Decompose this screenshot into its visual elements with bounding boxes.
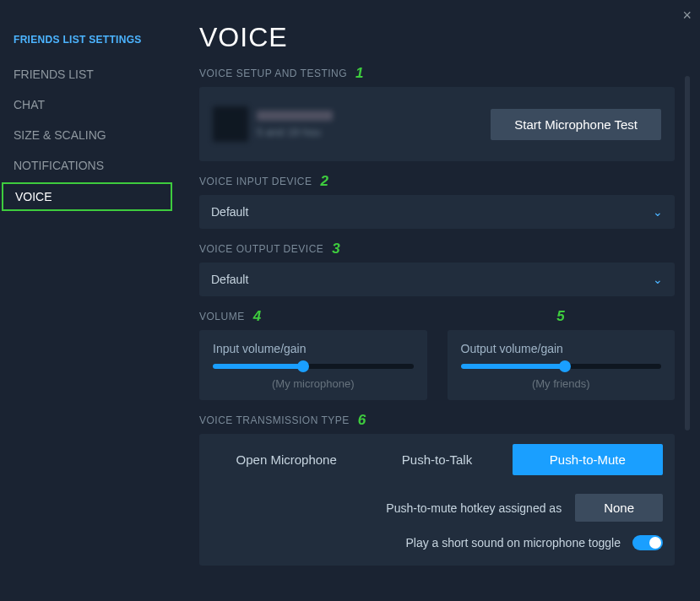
output-volume-slider[interactable] [461, 364, 662, 369]
transmission-segmented: Open Microphone Push-to-Talk Push-to-Mut… [211, 444, 663, 475]
input-volume-sub: (My microphone) [213, 377, 414, 390]
annotation-5: 5 [556, 308, 565, 325]
main-panel: VOICE VOICE SETUP AND TESTING 1 5 and 19… [177, 0, 700, 601]
voice-input-device-select[interactable]: Default ⌄ [199, 195, 675, 229]
hotkey-label: Push-to-mute hotkey assigned as [386, 501, 562, 515]
output-volume-card: Output volume/gain (My friends) [448, 330, 676, 400]
sidebar-title: FRIENDS LIST SETTINGS [0, 34, 177, 61]
start-mic-test-button[interactable]: Start Microphone Test [491, 109, 661, 140]
section-volume-label: VOLUME 4 [199, 308, 427, 325]
chevron-down-icon: ⌄ [653, 205, 663, 219]
scrollbar[interactable] [685, 76, 690, 430]
sidebar-item-notifications[interactable]: NOTIFICATIONS [0, 152, 177, 179]
annotation-1: 1 [355, 65, 364, 82]
output-device-value: Default [211, 273, 248, 286]
output-volume-title: Output volume/gain [461, 342, 662, 355]
avatar [213, 106, 248, 142]
sidebar: FRIENDS LIST SETTINGS FRIENDS LIST CHAT … [0, 0, 177, 601]
toggle-sound-label: Play a short sound on microphone toggle [406, 536, 621, 550]
volume-label-text: VOLUME [199, 311, 245, 322]
user-preview: 5 and 19 hou [213, 106, 333, 142]
mic-sound-toggle[interactable] [632, 535, 663, 550]
section-volume-label-right: 5 [448, 308, 676, 325]
sidebar-item-voice[interactable]: VOICE [2, 182, 172, 211]
annotation-3: 3 [332, 241, 340, 257]
section-transmission-label: VOICE TRANSMISSION TYPE 6 [199, 412, 675, 429]
section-input-label: VOICE INPUT DEVICE 2 [199, 173, 675, 190]
section-output-label: VOICE OUTPUT DEVICE 3 [199, 241, 675, 257]
output-label-text: VOICE OUTPUT DEVICE [199, 243, 323, 255]
seg-push-to-talk[interactable]: Push-to-Talk [361, 444, 512, 475]
voice-output-device-select[interactable]: Default ⌄ [199, 263, 675, 296]
user-subtext: 5 and 19 hou [257, 126, 333, 138]
page-title: VOICE [199, 22, 675, 53]
hotkey-assign-button[interactable]: None [575, 494, 663, 522]
annotation-4: 4 [253, 308, 262, 325]
input-device-value: Default [211, 205, 248, 219]
chevron-down-icon: ⌄ [653, 273, 663, 286]
input-volume-slider[interactable] [213, 364, 414, 369]
section-setup-label: VOICE SETUP AND TESTING 1 [199, 65, 675, 82]
transmission-card: Open Microphone Push-to-Talk Push-to-Mut… [199, 434, 675, 566]
seg-push-to-mute[interactable]: Push-to-Mute [513, 444, 663, 475]
input-label-text: VOICE INPUT DEVICE [199, 176, 312, 187]
annotation-2: 2 [320, 173, 328, 190]
sidebar-item-friends-list[interactable]: FRIENDS LIST [0, 61, 177, 88]
transmission-label-text: VOICE TRANSMISSION TYPE [199, 414, 350, 426]
seg-open-mic[interactable]: Open Microphone [211, 444, 361, 475]
sidebar-item-chat[interactable]: CHAT [0, 91, 177, 118]
username-blur [257, 111, 333, 121]
output-volume-sub: (My friends) [461, 377, 662, 390]
mic-test-card: 5 and 19 hou Start Microphone Test [199, 87, 675, 161]
sidebar-item-size-scaling[interactable]: SIZE & SCALING [0, 122, 177, 149]
input-volume-title: Input volume/gain [213, 342, 414, 355]
annotation-6: 6 [358, 412, 366, 429]
setup-label-text: VOICE SETUP AND TESTING [199, 68, 347, 79]
input-volume-card: Input volume/gain (My microphone) [199, 330, 427, 400]
